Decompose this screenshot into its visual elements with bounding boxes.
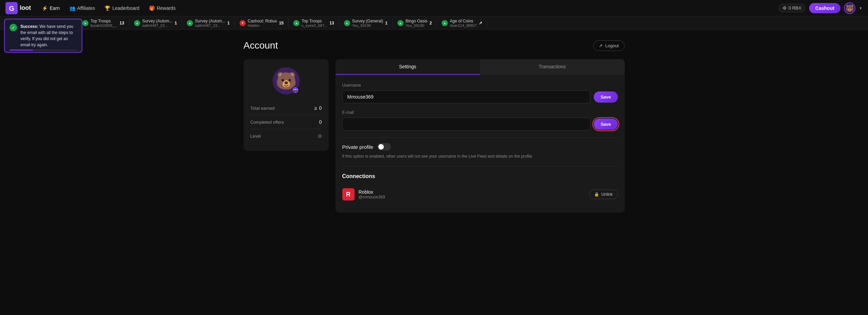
feed-points: ↗ [479, 21, 482, 25]
feed-item: ▼ Cashout: Robux Hidden 15 [235, 19, 289, 28]
rbx-value: 0 RBX [789, 5, 802, 11]
camera-icon: 📷 [293, 88, 297, 92]
feed-dot-green: ▲ [442, 20, 448, 26]
feed-dot-green: ▲ [187, 20, 193, 26]
username-save-button[interactable]: Save [594, 91, 618, 103]
unlink-button[interactable]: 🔒 Unlink [589, 190, 618, 199]
feed-item: ▲ Bingo Oasis You_59190 2 [393, 19, 437, 28]
earn-icon: ⚡ [42, 5, 48, 11]
toast-text: Success: We have send you the email with… [20, 23, 77, 48]
feed-dot-green: ▲ [397, 20, 404, 26]
toast-success-icon: ✓ [10, 24, 17, 31]
email-save-button[interactable]: Save [594, 119, 618, 130]
toggle-knob [378, 144, 384, 150]
nav-affiliates[interactable]: 👥 Affiliates [65, 3, 99, 13]
total-earned-value: ≥ 0 [314, 105, 322, 111]
feed-user-name: Hidden [248, 23, 277, 28]
avatar-emoji: 🐻 [846, 4, 854, 12]
nav-earn-label: Earn [50, 5, 60, 11]
feed-points: 1 [175, 21, 177, 25]
cashout-button[interactable]: Cashout [809, 3, 840, 13]
feed-user-name: salih4487_23... [195, 23, 225, 28]
rbx-balance: ⚙ 0 RBX [778, 4, 806, 12]
main-content: Account ↗ Logout 🐻 📷 Total earned ≥ [230, 30, 638, 223]
nav-earn[interactable]: ⚡ Earn [38, 3, 64, 13]
live-feed: ▲ 140 ▲ CPX Offer salih4487_23... 72 ▲ T… [0, 16, 868, 30]
email-group: E-mail Save [342, 110, 618, 130]
left-panel: 🐻 📷 Total earned ≥ 0 Completed offers 0 [244, 59, 329, 151]
logo[interactable]: G loot [5, 2, 31, 14]
feed-item: ▲ Top Troops burak410808_... 13 [78, 19, 129, 28]
feed-points: 15 [279, 21, 283, 25]
logo-icon: G [5, 2, 18, 14]
private-profile-section: Private profile If this option is enable… [342, 137, 618, 159]
feed-offer-name: Survey (Autom... [195, 19, 225, 23]
feed-user-name: You_59190 [406, 23, 428, 28]
feed-item: ▲ Survey (Autom... salih4487_23... 1 [182, 19, 235, 28]
tab-transactions[interactable]: Transactions [480, 59, 625, 75]
right-panel: Settings Transactions Username Save E-ma… [335, 59, 625, 213]
feed-dot-red: ▼ [240, 20, 246, 26]
connections-title: Connections [342, 173, 618, 179]
gear-icon: ⚙ [783, 5, 787, 11]
feed-dot-green: ▲ [344, 20, 350, 26]
roblox-username: @mmouse369 [359, 195, 585, 199]
username-group: Username Save [342, 83, 618, 103]
coin-icon: ≥ [314, 105, 317, 111]
roblox-connection: R Roblox @mmouse369 🔒 Unlink [342, 184, 618, 205]
nav-rewards[interactable]: 🎁 Rewards [145, 3, 180, 13]
roblox-icon: R [342, 188, 355, 200]
private-profile-toggle[interactable] [377, 143, 391, 151]
email-input[interactable] [342, 118, 591, 130]
logout-label: Logout [605, 43, 619, 48]
completed-offers-label: Completed offers [250, 120, 284, 125]
logout-icon: ↗ [599, 43, 603, 48]
feed-points: 1 [385, 21, 388, 25]
feed-points: 1 [227, 21, 230, 25]
tab-settings[interactable]: Settings [335, 59, 480, 75]
feed-items: ▲ 140 ▲ CPX Offer salih4487_23... 72 ▲ T… [3, 19, 865, 28]
feed-offer-name: Age of Coins [450, 19, 477, 23]
total-earned-number: 0 [319, 105, 322, 111]
toast-progress [10, 50, 77, 51]
rewards-icon: 🎁 [149, 5, 155, 11]
tab-settings-content: Username Save E-mail Save [335, 75, 625, 213]
private-profile-desc: If this option is enabled, other users w… [342, 153, 618, 159]
feed-offer-name: Survey (General) [352, 19, 383, 23]
feed-points: 13 [329, 21, 334, 25]
total-earned-label: Total earned [250, 106, 275, 111]
user-avatar-button[interactable]: 🐻 [844, 2, 855, 14]
level-label: Level [250, 134, 261, 139]
username-input[interactable] [342, 90, 591, 103]
unlink-label: Unlink [601, 192, 612, 197]
completed-offers-value: 0 [319, 119, 322, 125]
avatar-dropdown-chevron[interactable]: ▼ [859, 6, 863, 10]
toast-progress-bar [10, 50, 33, 51]
connection-info: Roblox @mmouse369 [359, 189, 585, 199]
nav-links: ⚡ Earn 👥 Affiliates 🏆 Leaderboard 🎁 Rewa… [38, 3, 778, 13]
lock-icon: 🔒 [594, 192, 599, 197]
nav-right: ⚙ 0 RBX Cashout 🐻 ▼ [778, 2, 863, 14]
feed-user-name: You_59190 [352, 23, 383, 28]
username-row: Save [342, 90, 618, 103]
feed-dot-green: ▲ [82, 20, 88, 26]
total-earned-stat: Total earned ≥ 0 [250, 101, 322, 115]
completed-offers-stat: Completed offers 0 [250, 115, 322, 129]
feed-dot-green: ▲ [134, 20, 140, 26]
feed-points: 2 [429, 21, 432, 25]
svg-text:G: G [9, 5, 14, 12]
page-title: Account [244, 40, 278, 51]
nav-leaderboard[interactable]: 🏆 Leaderboard [100, 3, 143, 13]
connections-section: Connections R Roblox @mmouse369 🔒 Unlink [342, 166, 618, 205]
feed-user-name: dvan114_88657 [450, 23, 477, 28]
avatar-edit-badge[interactable]: 📷 [292, 86, 299, 94]
nav-leaderboard-label: Leaderboard [112, 5, 139, 11]
nav-affiliates-label: Affiliates [77, 5, 95, 11]
stats-list: Total earned ≥ 0 Completed offers 0 Leve… [250, 101, 322, 143]
page-header: Account ↗ Logout [244, 40, 625, 51]
feed-offer-name: Survey (Autom... [142, 19, 173, 23]
logout-button[interactable]: ↗ Logout [593, 40, 625, 51]
toggle-row: Private profile [342, 143, 618, 151]
nav-rewards-label: Rewards [157, 5, 176, 11]
feed-offer-name: Cashout: Robux [248, 19, 277, 23]
